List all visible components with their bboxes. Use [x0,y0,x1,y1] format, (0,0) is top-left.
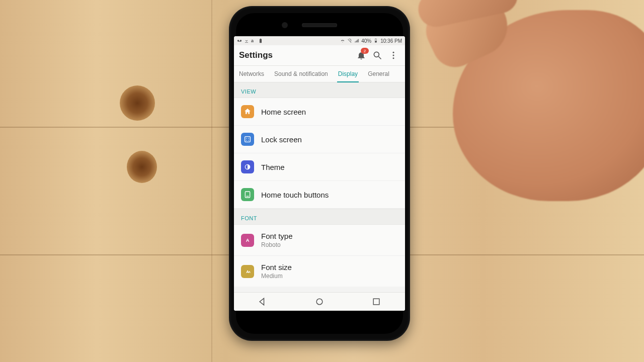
section-header-view: VIEW [234,82,405,98]
font-a-icon: A [241,234,254,247]
row-theme[interactable]: Theme [234,153,405,181]
a-icon: a [251,38,256,43]
battery-icon [373,38,378,43]
row-font-type[interactable]: A Font type Roboto [234,225,405,256]
nav-home-button[interactable] [313,296,326,308]
tab-label: General [368,70,389,77]
svg-rect-1 [375,41,377,42]
svg-rect-15 [246,196,249,197]
tabs: Networks Sound & notification Display Ge… [234,66,405,82]
phone-frame: a 40% [229,6,410,341]
svg-rect-2 [375,39,376,39]
row-lock-screen[interactable]: Lock screen [234,126,405,153]
row-home-screen[interactable]: Home screen [234,98,405,126]
row-sublabel: Roboto [261,241,293,248]
row-label: Font size [261,263,292,272]
section-header-font: FONT [234,209,405,225]
row-sublabel: Medium [261,273,292,280]
lock-grid-icon [241,133,254,146]
phone-screen: a 40% [234,36,405,311]
voicemail-icon [237,38,242,43]
svg-point-11 [246,140,247,141]
tab-general[interactable]: General [363,66,394,82]
tab-label: Display [338,70,358,77]
overflow-menu-button[interactable] [387,49,400,62]
signal-icon [354,38,359,43]
earpiece [302,23,337,27]
row-label: Theme [261,163,285,171]
row-label: Home touch buttons [261,191,329,199]
no-sim-icon [347,38,352,43]
app-bar: Settings 2 [234,45,405,66]
tab-display[interactable]: Display [333,66,363,82]
battery-small-icon [258,38,263,43]
row-label: Lock screen [261,135,302,144]
download-icon [244,38,249,43]
notifications-badge: 2 [361,48,369,54]
svg-point-10 [248,138,249,139]
svg-point-6 [393,55,394,56]
tab-label: Networks [239,70,264,77]
nav-back-button[interactable] [257,296,269,308]
svg-text:A: A [249,270,251,274]
android-nav-bar [234,292,405,311]
svg-line-4 [379,57,381,59]
tab-label: Sound & notification [274,70,328,77]
notifications-button[interactable]: 2 [355,49,368,62]
search-button[interactable] [371,49,384,62]
svg-point-19 [316,299,323,305]
svg-text:A: A [246,238,250,243]
home-icon [241,105,254,118]
svg-rect-20 [373,299,379,305]
svg-point-7 [393,57,394,59]
front-camera [282,22,288,28]
svg-point-5 [393,52,394,53]
row-label: Font type [261,232,293,240]
svg-rect-8 [245,137,251,142]
settings-content[interactable]: VIEW Home screen Lock screen [234,82,405,311]
tab-networks[interactable]: Networks [234,66,269,82]
battery-percent: 40% [361,38,371,44]
wifi-icon [340,38,345,43]
tab-sound[interactable]: Sound & notification [269,66,333,82]
nav-recents-button[interactable] [370,296,382,308]
svg-point-3 [374,52,379,57]
font-size-icon: AA [241,265,254,278]
scene-background: a 40% [0,0,644,362]
svg-rect-14 [245,192,250,198]
page-title: Settings [239,50,352,60]
status-time: 10:36 PM [380,38,402,44]
row-home-touch-buttons[interactable]: Home touch buttons [234,181,405,209]
svg-point-9 [246,138,247,139]
status-bar: a 40% [234,36,405,45]
svg-point-12 [248,140,249,141]
theme-icon [241,160,254,173]
row-font-size[interactable]: AA Font size Medium [234,256,405,287]
row-label: Home screen [261,108,306,116]
touch-buttons-icon [241,188,254,201]
